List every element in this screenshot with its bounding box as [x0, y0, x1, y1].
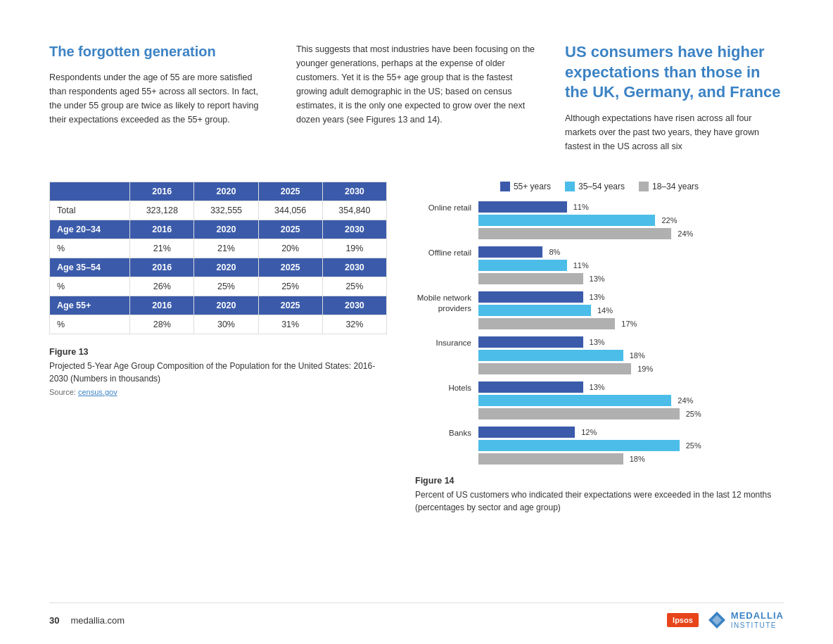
bar-group: Hotels13%24%25% [415, 381, 784, 419]
table-row: Age 20–342016202020252030 [50, 220, 387, 239]
bar-row: 24% [478, 228, 784, 239]
bars-container: 12%25%18% [478, 427, 784, 465]
legend-color-box [500, 182, 510, 191]
bar-row: 18% [478, 350, 784, 361]
bar [478, 318, 615, 329]
bar-group-label: Mobile network providers [415, 291, 478, 314]
bar [478, 305, 591, 316]
legend-item: 35–54 years [565, 182, 625, 191]
footer-logos: Ipsos MEDALLIA INSTITUTE [667, 610, 784, 630]
bar [478, 395, 671, 406]
bars-container: 8%11%13% [478, 246, 784, 284]
bar [478, 260, 567, 271]
bar [478, 440, 680, 451]
bar [478, 427, 575, 438]
census-link[interactable]: census.gov [78, 388, 117, 396]
chart-legend: 55+ years35–54 years18–34 years [415, 182, 784, 191]
bars-container: 11%22%24% [478, 201, 784, 239]
bar [478, 215, 655, 226]
bar-row: 17% [478, 318, 784, 329]
bar-row: 13% [478, 291, 784, 303]
medallia-sub: INSTITUTE [731, 621, 784, 629]
bar-value-label: 11% [573, 203, 589, 211]
bar-group-label: Banks [415, 427, 478, 438]
bar-chart-section: 55+ years35–54 years18–34 years Online r… [415, 182, 784, 517]
bar-value-label: 12% [581, 428, 597, 436]
bar-group: Online retail11%22%24% [415, 201, 784, 239]
bar-value-label: 13% [590, 383, 605, 391]
bar-row: 18% [478, 453, 784, 465]
bar-row: 25% [478, 440, 784, 451]
bar-row: 24% [478, 395, 784, 406]
ipsos-logo: Ipsos [667, 613, 699, 627]
bars-container: 13%18%19% [478, 336, 784, 374]
bar [478, 408, 680, 419]
legend-item: 55+ years [500, 182, 551, 191]
bar-value-label: 19% [637, 365, 653, 373]
left-body: Respondents under the age of 55 are more… [49, 70, 268, 127]
table-section: 2016202020252030Total323,128332,555344,0… [49, 182, 387, 517]
left-title: The forgotten generation [49, 42, 268, 61]
bar-value-label: 25% [686, 441, 701, 450]
bar-group: Offline retail8%11%13% [415, 246, 784, 284]
bar [478, 363, 631, 374]
bar [478, 291, 583, 303]
bar-group: Banks12%25%18% [415, 427, 784, 465]
bar [478, 336, 583, 348]
bar-value-label: 8% [549, 248, 560, 256]
medallia-name: MEDALLIA [731, 611, 784, 621]
bar-value-label: 13% [590, 293, 605, 301]
bar [478, 201, 567, 213]
figure14-caption: Percent of US customers who indicated th… [415, 488, 784, 514]
table-row: %21%21%20%19% [50, 239, 387, 258]
bar [478, 381, 583, 393]
right-body: Although expectations have risen across … [565, 111, 784, 153]
bar-group-label: Offline retail [415, 246, 478, 258]
figure14-label: Figure 14 [415, 476, 784, 486]
mid-column: This suggests that most industries have … [296, 42, 537, 153]
bar-value-label: 18% [630, 351, 645, 360]
population-table: 2016202020252030Total323,128332,555344,0… [49, 182, 387, 334]
figure13-source: Source: census.gov [49, 388, 387, 396]
page-number: 30 [49, 615, 59, 626]
right-column: US consumers have higher expectations th… [565, 42, 784, 153]
left-column: The forgotten generation Respondents und… [49, 42, 268, 153]
bar-value-label: 24% [678, 396, 693, 405]
bars-container: 13%14%17% [478, 291, 784, 329]
bar-row: 8% [478, 246, 784, 258]
legend-color-box [565, 182, 575, 191]
legend-item: 18–34 years [639, 182, 699, 191]
mid-body: This suggests that most industries have … [296, 42, 537, 127]
bar-group-label: Hotels [415, 381, 478, 393]
medallia-diamond-icon [707, 610, 727, 630]
bar-row: 19% [478, 363, 784, 374]
bar-group-label: Insurance [415, 336, 478, 348]
bar [478, 273, 583, 284]
bar-value-label: 13% [590, 274, 605, 283]
footer-site: medallia.com [70, 615, 125, 626]
bars-container: 13%24%25% [478, 381, 784, 419]
legend-label: 35–54 years [578, 182, 625, 191]
bar [478, 228, 671, 239]
bar-chart: Online retail11%22%24%Offline retail8%11… [415, 201, 784, 465]
footer: 30 medallia.com Ipsos MEDALLIA INSTITUTE [49, 602, 784, 630]
bar-row: 25% [478, 408, 784, 419]
bar-group: Insurance13%18%19% [415, 336, 784, 374]
bar-value-label: 13% [590, 338, 605, 346]
table-row: Total323,128332,555344,056354,840 [50, 201, 387, 220]
table-row: Age 55+2016202020252030 [50, 296, 387, 315]
bar-row: 13% [478, 336, 784, 348]
table-row: %26%25%25%25% [50, 277, 387, 296]
legend-label: 55+ years [514, 182, 551, 191]
bar-row: 11% [478, 260, 784, 271]
bar-value-label: 18% [630, 455, 645, 463]
figure13-caption: Projected 5-Year Age Group Composition o… [49, 360, 387, 385]
bar-row: 13% [478, 381, 784, 393]
legend-label: 18–34 years [652, 182, 699, 191]
bar-row: 14% [478, 305, 784, 316]
bar-group-label: Online retail [415, 201, 478, 213]
bar-value-label: 14% [597, 306, 613, 315]
bar-value-label: 17% [621, 320, 637, 328]
right-title: US consumers have higher expectations th… [565, 42, 784, 103]
medallia-logo: MEDALLIA INSTITUTE [707, 610, 784, 630]
